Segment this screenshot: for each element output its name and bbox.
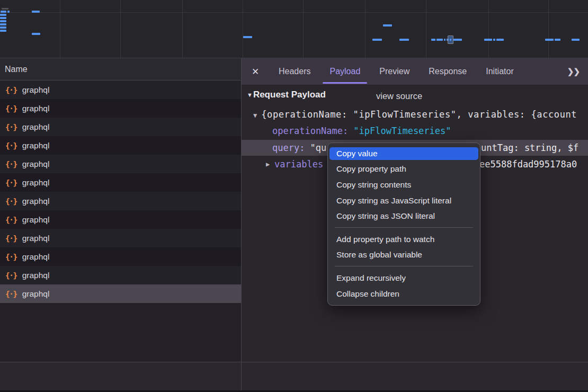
payload-root-row[interactable]: ▼{operationName: "ipFlowTimeseries", var… [253, 109, 577, 120]
close-icon[interactable]: ✕ [242, 66, 269, 77]
property-value: "ipFlowTimeseries" [353, 126, 451, 136]
timeline-gridline [303, 0, 304, 58]
request-row[interactable]: {·}graphql [0, 247, 241, 266]
request-name-label: graphql [22, 289, 50, 299]
request-name-label: graphql [22, 104, 50, 113]
collapse-triangle-icon[interactable]: ▼ [247, 92, 253, 98]
menu-item-copy-value[interactable]: Copy value [329, 147, 478, 160]
timeline-request-bar [0, 26, 6, 29]
timeline-gridline [182, 0, 183, 58]
request-row[interactable]: {·}graphql [0, 284, 241, 303]
menu-separator [335, 227, 473, 228]
timeline-request-bar [0, 23, 6, 25]
request-name-label: graphql [22, 178, 50, 188]
detail-tabbar: ✕ HeadersPayloadPreviewResponseInitiator… [242, 58, 588, 85]
timeline-request-bar [399, 39, 409, 41]
request-row[interactable]: {·}graphql [0, 99, 241, 118]
timeline-request-bar [1, 11, 6, 13]
request-row[interactable]: {·}graphql [0, 81, 241, 99]
request-list-panel: Name {·}graphql{·}graphql{·}graphql{·}gr… [0, 58, 241, 361]
tab-headers[interactable]: Headers [271, 58, 318, 85]
request-name-label: graphql [22, 271, 50, 280]
menu-item-store-as-global-variable[interactable]: Store as global variable [328, 247, 480, 263]
request-name-label: graphql [22, 197, 50, 206]
menu-item-copy-string-contents[interactable]: Copy string contents [328, 177, 480, 193]
timeline-gridline [243, 0, 243, 58]
request-payload-section-header[interactable]: ▼Request Payload [247, 90, 326, 100]
timeline-gridline [365, 0, 366, 58]
panel-split-divider[interactable] [241, 58, 242, 390]
menu-item-copy-property-path[interactable]: Copy property path [328, 162, 480, 177]
request-name-label: graphql [22, 252, 50, 262]
payload-preview-text: {operationName: "ipFlowTimeseries", vari… [261, 109, 577, 120]
request-name-label: graphql [22, 215, 50, 225]
property-name: variables [274, 159, 323, 170]
json-request-icon: {·} [5, 290, 17, 298]
property-value-right: untTag: string, $f [481, 142, 578, 153]
timeline-gridline [120, 0, 121, 58]
tab-response[interactable]: Response [421, 58, 475, 85]
timeline-request-bar [383, 24, 392, 26]
request-row[interactable]: {·}graphql [0, 210, 241, 229]
timeline-request-bar [572, 39, 580, 41]
menu-item-collapse-children[interactable]: Collapse children [328, 286, 480, 302]
menu-item-copy-string-as-javascript-literal[interactable]: Copy string as JavaScript literal [328, 193, 480, 209]
json-request-icon: {·} [5, 179, 17, 187]
json-request-icon: {·} [5, 271, 17, 280]
timeline-request-bar [7, 11, 10, 13]
property-name: query: [272, 142, 305, 153]
request-name-label: graphql [22, 159, 50, 169]
menu-item-add-property-path-to-watch[interactable]: Add property path to watch [328, 231, 480, 247]
json-request-icon: {·} [5, 234, 17, 243]
collapse-triangle-icon[interactable]: ▼ [253, 112, 257, 119]
tab-payload[interactable]: Payload [322, 58, 368, 85]
json-request-icon: {·} [5, 123, 17, 131]
request-name-label: graphql [22, 85, 50, 95]
timeline-request-bar [0, 17, 6, 19]
json-request-icon: {·} [5, 253, 17, 261]
timeline-request-bar [2, 8, 8, 10]
timeline-request-bar [32, 33, 40, 35]
request-row[interactable]: {·}graphql [0, 136, 241, 155]
timeline-gridline [548, 0, 549, 58]
timeline-gridline [60, 0, 60, 58]
timeline-request-bar [431, 39, 435, 41]
menu-item-copy-string-as-json-literal[interactable]: Copy string as JSON literal [328, 208, 480, 224]
json-request-icon: {·} [5, 86, 17, 94]
timeline-selected-marker [448, 35, 453, 44]
request-row[interactable]: {·}graphql [0, 229, 241, 247]
request-row[interactable]: {·}graphql [0, 192, 241, 210]
request-row[interactable]: {·}graphql [0, 155, 241, 173]
timeline-request-bar [243, 36, 252, 38]
view-source-link[interactable]: view source [376, 91, 422, 101]
timeline-request-bar [0, 30, 6, 32]
timeline-request-bar [0, 14, 6, 16]
summary-bar [0, 362, 588, 391]
property-value-left: "qu [310, 142, 326, 153]
request-row[interactable]: {·}graphql [0, 118, 241, 136]
timeline-request-bar [496, 39, 504, 41]
operation-name-row[interactable]: operationName:"ipFlowTimeseries" [272, 126, 451, 136]
timeline-request-bar [32, 11, 40, 13]
property-value-right: ee5588fdad995178a0 [479, 159, 577, 170]
network-overview-timeline[interactable] [0, 0, 588, 58]
timeline-gridline [488, 0, 489, 58]
timeline-request-bar [444, 39, 446, 41]
json-request-icon: {·} [5, 216, 17, 224]
detail-tabs: HeadersPayloadPreviewResponseInitiator [269, 58, 523, 85]
request-name-label: graphql [22, 141, 50, 150]
column-header-name[interactable]: Name [0, 58, 241, 81]
property-name: operationName: [272, 126, 348, 136]
timeline-gridline [426, 0, 426, 58]
menu-item-expand-recursively[interactable]: Expand recursively [328, 270, 480, 286]
request-name-label: graphql [22, 234, 50, 243]
more-tabs-icon[interactable]: ❯❯ [567, 67, 580, 76]
tab-preview[interactable]: Preview [371, 58, 417, 85]
request-row[interactable]: {·}graphql [0, 173, 241, 192]
tab-initiator[interactable]: Initiator [478, 58, 521, 85]
request-row[interactable]: {·}graphql [0, 266, 241, 284]
timeline-request-bar [436, 39, 443, 41]
devtools-network-panel: Name {·}graphql{·}graphql{·}graphql{·}gr… [0, 0, 588, 392]
expand-triangle-icon[interactable]: ▶ [266, 161, 270, 168]
timeline-horizontal-gridline [0, 12, 588, 13]
